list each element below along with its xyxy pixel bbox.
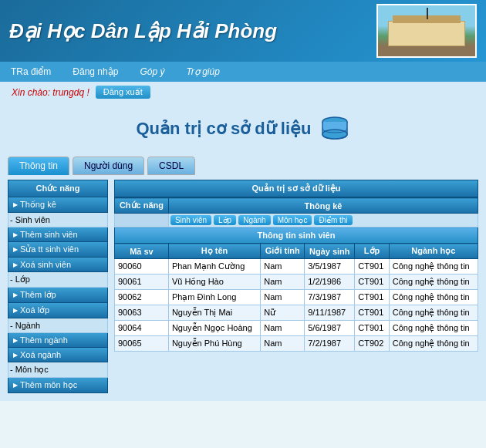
cell-ho_ten: Vũ Hồng Hào — [168, 275, 260, 290]
cell-lop: CT902 — [355, 336, 389, 352]
cell-ho_ten: Nguyễn Ngọc Hoàng — [168, 321, 260, 336]
student-info-header: Thông tin sinh viên — [115, 227, 478, 244]
table-row: 90065Nguyễn Phú HùngNam7/2/1987CT902Công… — [115, 336, 478, 352]
building-shape — [388, 21, 466, 46]
th-ngay-sinh: Ngày sinh — [305, 244, 355, 259]
stats-tab-sinh-vien[interactable]: Sinh viên — [170, 215, 211, 225]
sidebar-btn-thong-ke[interactable]: Thống kê — [8, 197, 108, 213]
cell-gioi_tinh: Nam — [261, 336, 305, 352]
cell-lop: CT901 — [355, 259, 389, 275]
stats-tab-diem-thi[interactable]: Điểm thi — [314, 215, 352, 225]
sidebar-section-nganh: - Ngành — [8, 318, 108, 333]
nav-gop-y[interactable]: Góp ý — [137, 65, 167, 79]
sidebar-btn-xoa-nganh[interactable]: Xoá ngành — [8, 348, 108, 362]
cell-lop: CT901 — [355, 275, 389, 290]
sidebar-btn-them-mon-hoc[interactable]: Thêm môn học — [8, 378, 108, 393]
cell-nganh: Công nghệ thông tin — [389, 336, 478, 352]
table-row: 90063Nguyễn Thị MaiNữ9/11/1987CT901Công … — [115, 305, 478, 321]
cell-ho_ten: Phạm Đình Long — [168, 290, 260, 305]
th-ma-sv: Mã sv — [115, 244, 169, 259]
header: Đại Học Dân Lập Hải Phòng — [0, 0, 486, 62]
th-lop: Lớp — [355, 244, 389, 259]
cell-ma: 90065 — [115, 336, 169, 352]
th-ho-ten: Họ tên — [168, 244, 260, 259]
cell-ma: 90063 — [115, 305, 169, 321]
sidebar-btn-xoa-sinh-vien[interactable]: Xoá sinh viên — [8, 258, 108, 272]
cell-gioi_tinh: Nam — [261, 259, 305, 275]
th-nganh-hoc: Ngành học — [389, 244, 478, 259]
sidebar-section-mon-hoc: - Môn học — [8, 362, 108, 378]
cell-ma: 90064 — [115, 321, 169, 336]
sidebar-btn-xoa-lop[interactable]: Xoá lớp — [8, 303, 108, 318]
sidebar-btn-them-sinh-vien[interactable]: Thêm sinh viên — [8, 227, 108, 242]
sidebar-section-lop: - Lớp — [8, 272, 108, 288]
cell-ho_ten: Phan Mạnh Cường — [168, 259, 260, 275]
cell-ngay_sinh: 7/2/1987 — [305, 336, 355, 352]
col-thong-ke: Thông kê — [168, 198, 478, 214]
nav-tro-giup[interactable]: Trợ giúp — [183, 65, 222, 79]
cell-ma: 90060 — [115, 259, 169, 275]
nav-dang-nhap[interactable]: Đăng nhập — [69, 65, 121, 79]
cell-ho_ten: Nguyễn Phú Hùng — [168, 336, 260, 352]
stats-tabs-cell: Sinh viên Lớp Ngành Môn học Điểm thi — [168, 214, 478, 227]
cell-nganh: Công nghệ thông tin — [389, 290, 478, 305]
svg-point-1 — [322, 130, 347, 139]
cell-ngay_sinh: 3/5/1987 — [305, 259, 355, 275]
nav-tra-diem[interactable]: TRa điểm — [8, 65, 54, 79]
cell-gioi_tinh: Nam — [261, 275, 305, 290]
sidebar-section-sinh-vien: - Sinh viên — [8, 213, 108, 227]
tab-csdl[interactable]: CSDL — [147, 157, 195, 175]
content-panel: Quản trị sơ sở dữ liệu Chức năng Thông k… — [114, 180, 478, 393]
stats-nav-cell — [115, 214, 169, 227]
flag-icon — [427, 8, 428, 19]
cell-nganh: Công nghệ thông tin — [389, 321, 478, 336]
sidebar: Chức năng Thống kê - Sinh viên Thêm sinh… — [8, 180, 108, 393]
cell-ngay_sinh: 7/3/1987 — [305, 290, 355, 305]
cell-ma: 90062 — [115, 290, 169, 305]
cell-gioi_tinh: Nam — [261, 290, 305, 305]
table-body: 90060Phan Mạnh CườngNam3/5/1987CT901Công… — [115, 259, 478, 352]
table-row: 90061Vũ Hồng HàoNam1/2/1986CT901Công ngh… — [115, 275, 478, 290]
table-row: 90060Phan Mạnh CườngNam3/5/1987CT901Công… — [115, 259, 478, 275]
sidebar-btn-them-lop[interactable]: Thêm lớp — [8, 288, 108, 303]
cell-lop: CT901 — [355, 290, 389, 305]
main-content: Chức năng Thống kê - Sinh viên Thêm sinh… — [0, 175, 486, 401]
panel-header: Quản trị sơ sở dữ liệu — [114, 180, 478, 197]
cell-ngay_sinh: 5/6/1987 — [305, 321, 355, 336]
welcome-text: Xin chào: trungdq ! — [12, 87, 89, 98]
header-image — [376, 4, 477, 58]
welcome-bar: Xin chào: trungdq ! Đăng xuất — [0, 82, 486, 103]
table-row: 90062Phạm Đình LongNam7/3/1987CT901Công … — [115, 290, 478, 305]
table-row: 90064Nguyễn Ngọc HoàngNam5/6/1987CT901Cô… — [115, 321, 478, 336]
sidebar-header: Chức năng — [8, 180, 108, 197]
th-gioi-tinh: Giới tính — [261, 244, 305, 259]
building-illustration — [378, 5, 475, 56]
sidebar-btn-them-nganh[interactable]: Thêm ngành — [8, 333, 108, 348]
tabs-bar: Thông tin Người dùng CSDL — [0, 152, 486, 175]
cell-ngay_sinh: 9/11/1987 — [305, 305, 355, 321]
tab-nguoi-dung[interactable]: Người dùng — [73, 157, 144, 175]
cell-ho_ten: Nguyễn Thị Mai — [168, 305, 260, 321]
col-chuc-nang: Chức năng — [115, 198, 169, 214]
cell-lop: CT901 — [355, 321, 389, 336]
stats-tab-mon-hoc[interactable]: Môn học — [273, 215, 312, 225]
cell-nganh: Công nghệ thông tin — [389, 275, 478, 290]
database-icon — [319, 113, 350, 144]
site-title: Đại Học Dân Lập Hải Phòng — [9, 19, 376, 43]
cell-lop: CT901 — [355, 305, 389, 321]
cell-gioi_tinh: Nam — [261, 321, 305, 336]
cell-ngay_sinh: 1/2/1986 — [305, 275, 355, 290]
cell-nganh: Công nghệ thông tin — [389, 305, 478, 321]
cell-gioi_tinh: Nữ — [261, 305, 305, 321]
main-table: Chức năng Thông kê Sinh viên Lớp Ngành M… — [114, 197, 478, 352]
sidebar-btn-sua-sinh-vien[interactable]: Sửa tt sinh viên — [8, 242, 108, 258]
page-title: Quản trị cơ sở dữ liệu — [136, 119, 311, 139]
logout-button[interactable]: Đăng xuất — [96, 86, 150, 99]
stats-tab-nganh[interactable]: Ngành — [238, 215, 270, 225]
navbar: TRa điểm Đăng nhập Góp ý Trợ giúp — [0, 62, 486, 82]
cell-nganh: Công nghệ thông tin — [389, 259, 478, 275]
stats-tab-lop[interactable]: Lớp — [214, 215, 236, 225]
tab-thong-tin[interactable]: Thông tin — [8, 157, 69, 175]
cell-ma: 90061 — [115, 275, 169, 290]
title-area: Quản trị cơ sở dữ liệu — [0, 103, 486, 152]
